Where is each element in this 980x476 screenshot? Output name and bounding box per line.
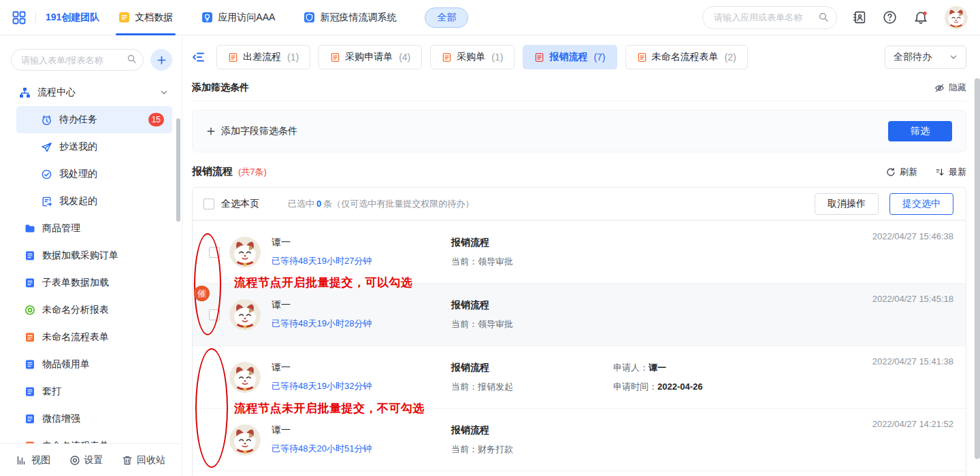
doc-orange-icon	[534, 52, 544, 63]
tab-unnamed-flow-form[interactable]: 未命名流程表单 (2)	[625, 45, 748, 69]
sidebar-item-todo-tasks[interactable]: 待办任务 15	[16, 106, 172, 133]
help-icon[interactable]	[883, 10, 897, 24]
doc-blue-icon	[24, 277, 35, 288]
sidebar-item-subform-data-load[interactable]: 子表单数据加载	[0, 269, 182, 296]
doc-blue-icon	[24, 359, 35, 370]
waiting-duration[interactable]: 已等待48天19小时27分钟	[272, 255, 451, 267]
header-tab-covid-system[interactable]: 新冠疫情流调系统	[304, 0, 396, 35]
select-all-checkbox[interactable]	[203, 199, 214, 209]
chevron-down-icon	[160, 88, 168, 97]
folder-icon	[24, 223, 35, 234]
refresh-button[interactable]: 刷新	[886, 166, 917, 178]
header-tab-docs[interactable]: 文档数据	[118, 0, 173, 35]
header-tab-label: 新冠疫情流调系统	[320, 12, 396, 24]
todo-row[interactable]: 谭一 已等待48天20小时51分钟 报销流程 当前：财务打款 2022/04/2…	[193, 408, 966, 471]
settings-button[interactable]: 设置	[69, 454, 103, 466]
footer-label: 设置	[84, 454, 103, 466]
recycle-bin-button[interactable]: 回收站	[122, 454, 165, 466]
app-blue-icon	[201, 12, 213, 23]
doc-orange-icon	[24, 332, 35, 343]
row-checkbox[interactable]	[209, 309, 220, 320]
applicant-name: 谭一	[272, 424, 451, 437]
global-search-input[interactable]	[702, 6, 837, 29]
sidebar-item-unnamed-flow-form-2[interactable]: 未命名流程表单	[0, 432, 182, 443]
waiting-duration[interactable]: 已等待48天19小时28分钟	[272, 318, 451, 330]
clock-icon	[41, 114, 52, 126]
tab-purchase-order[interactable]: 采购单 (1)	[430, 45, 514, 69]
all-apps-pill[interactable]: 全部	[425, 7, 468, 28]
tab-label: 采购单	[457, 51, 485, 63]
tab-purchase-request[interactable]: 采购申请单 (4)	[318, 45, 422, 69]
tab-business-trip-flow[interactable]: 出差流程 (1)	[216, 45, 310, 69]
sidebar-item-cc-to-me[interactable]: 抄送我的	[16, 133, 172, 160]
search-icon[interactable]	[818, 12, 829, 22]
sort-latest-button[interactable]: 最新	[935, 166, 966, 178]
waiting-duration[interactable]: 已等待48天19小时32分钟	[272, 380, 451, 392]
sidebar-item-item-requisition[interactable]: 物品领用单	[0, 351, 182, 378]
flow-tabbar: 出差流程 (1) 采购申请单 (4) 采购单 (1) 报销流程 (7)	[192, 45, 966, 69]
apply-time-field: 申请时间：2022-04-26	[613, 381, 966, 393]
sidebar-item-unnamed-flow-form[interactable]: 未命名流程表单	[0, 324, 182, 351]
sidebar-scrollbar[interactable]	[176, 118, 180, 222]
current-node: 当前：报销发起	[451, 381, 613, 393]
add-field-filter-button[interactable]: 添加字段筛选条件	[206, 125, 297, 137]
sidebar-item-initiated-by-me[interactable]: 我发起的	[16, 188, 172, 215]
sidebar-item-unnamed-report[interactable]: 未命名分析报表	[0, 296, 182, 324]
team-name[interactable]: 191创建团队	[46, 12, 99, 24]
sidebar-search-input[interactable]	[11, 49, 144, 71]
sidebar-group-process-center[interactable]: 流程中心	[0, 79, 182, 106]
row-timestamp: 2022/04/27 15:45:18	[872, 294, 953, 304]
sidebar-item-label: 我发起的	[59, 195, 97, 207]
sidebar-item-print-template[interactable]: 套打	[0, 378, 182, 405]
workbench-grid-icon[interactable]	[12, 11, 26, 24]
chevron-down-icon	[949, 53, 958, 61]
tab-count: (7)	[593, 52, 605, 63]
todo-row[interactable]: 谭一 已等待48天19小时32分钟 报销流程 当前：报销发起 申请人：谭一 申请…	[193, 345, 966, 408]
plus-icon	[206, 126, 216, 136]
todo-row[interactable]: 谭一 已等待48天19小时27分钟 报销流程 当前：领导审批 2022/04/2…	[193, 220, 966, 283]
todo-count-badge: 15	[148, 113, 164, 126]
sidebar-item-handled-by-me[interactable]: 我处理的	[16, 160, 172, 188]
contacts-icon[interactable]	[852, 10, 866, 24]
tab-count: (1)	[287, 52, 299, 63]
filter-title: 添加筛选条件	[192, 82, 249, 94]
doc-orange-icon	[330, 52, 340, 63]
doc-orange-icon	[637, 52, 647, 63]
page-scrollbar[interactable]	[975, 78, 980, 459]
collapse-icon[interactable]	[192, 50, 206, 64]
urge-badge[interactable]: 催	[194, 286, 210, 301]
sidebar-item-data-load-po[interactable]: 数据加载采购订单	[0, 242, 182, 269]
search-icon[interactable]	[127, 54, 137, 64]
todo-row[interactable]: 谭一 已等待48天19小时28分钟 报销流程 当前：领导审批 2022/04/2…	[193, 283, 966, 345]
sidebar-menu: 流程中心 待办任务 15 抄送我的	[0, 76, 182, 443]
sidebar-item-product-mgmt[interactable]: 商品管理	[0, 215, 182, 242]
user-avatar[interactable]	[945, 6, 968, 29]
cat-avatar	[229, 299, 261, 330]
cat-avatar	[229, 237, 261, 268]
waiting-duration[interactable]: 已等待48天20小时51分钟	[272, 443, 451, 455]
row-checkbox[interactable]	[209, 247, 220, 258]
add-form-button[interactable]	[150, 49, 172, 71]
selected-info: 已选中0条（仅可选中有批量提交权限的待办）	[288, 198, 474, 210]
bell-icon[interactable]	[913, 10, 928, 25]
todo-scope-select[interactable]: 全部待办	[885, 46, 966, 69]
sidebar-item-label: 未命名流程表单	[42, 331, 109, 343]
cat-avatar	[229, 424, 261, 456]
check-circle-icon	[41, 169, 52, 180]
doc-blue-icon	[24, 413, 35, 424]
report-green-icon	[24, 305, 35, 316]
submit-selected-button[interactable]: 提交选中	[889, 193, 953, 215]
cancel-operation-button[interactable]: 取消操作	[815, 193, 879, 215]
current-node: 当前：领导审批	[451, 256, 613, 268]
apply-filter-button[interactable]: 筛选	[888, 121, 952, 141]
sidebar-item-wechat-enhance[interactable]: 微信增强	[0, 405, 182, 432]
hide-filters-link[interactable]: 隐藏	[934, 82, 966, 94]
refresh-label: 刷新	[900, 166, 917, 178]
sidebar-item-label: 商品管理	[42, 222, 80, 235]
tab-reimbursement-flow[interactable]: 报销流程 (7)	[523, 45, 617, 69]
header-tab-app-access[interactable]: 应用访问AAA	[201, 0, 275, 35]
doc-blue-icon	[24, 386, 35, 397]
footer-label: 视图	[31, 454, 50, 466]
row-timestamp: 2022/04/27 15:41:38	[872, 356, 953, 367]
views-button[interactable]: 视图	[16, 454, 50, 466]
